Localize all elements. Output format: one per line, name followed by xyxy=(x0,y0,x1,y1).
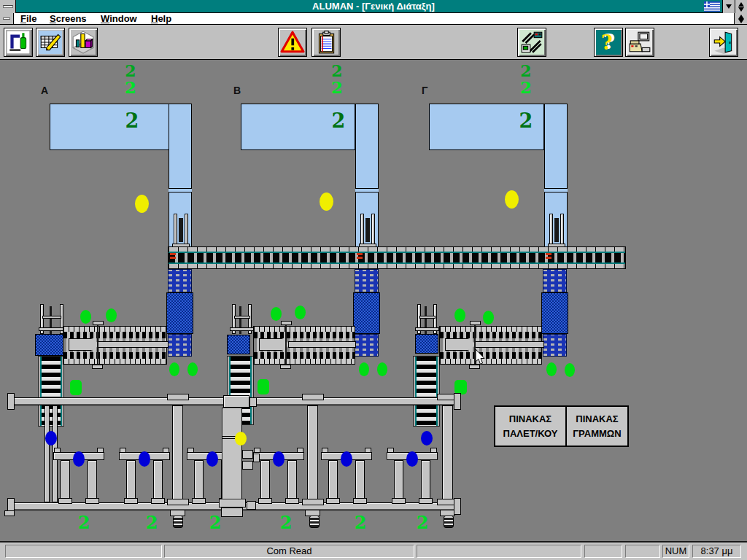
lines-panel-line2: ΓΡΑΜΜΩΝ xyxy=(573,428,621,439)
exit-door-icon xyxy=(711,30,736,55)
pallet-panel-line2: ΠΑΛΕΤ/ΚΟΥ xyxy=(503,428,558,439)
minimize-button[interactable] xyxy=(722,0,735,13)
gamma-app-icon xyxy=(6,30,31,55)
child-restore-down-icon xyxy=(738,19,744,23)
status-time: 8:37 μμ xyxy=(692,545,741,558)
report-clipboard-button[interactable] xyxy=(311,28,341,57)
restore-up-icon xyxy=(738,2,744,7)
child-system-menu-dash-icon xyxy=(3,18,10,20)
restore-button[interactable] xyxy=(735,0,747,13)
child-restore-button[interactable] xyxy=(734,13,747,24)
dialup-connection-icon xyxy=(627,30,652,55)
child-system-menu-button[interactable] xyxy=(0,13,14,24)
data-transfer-button[interactable] xyxy=(517,28,546,57)
status-panel xyxy=(417,545,581,558)
status-panel xyxy=(625,545,660,558)
menu-file[interactable]: File xyxy=(20,13,36,24)
menu-bar: File Screens Window Help xyxy=(0,13,747,25)
svg-text:?: ? xyxy=(601,31,613,55)
status-num-lock: NUM xyxy=(662,545,689,558)
dialup-connection-button[interactable] xyxy=(625,28,654,57)
chart-3d-button[interactable] xyxy=(69,28,98,57)
greek-flag-icon xyxy=(704,1,720,12)
minimize-icon xyxy=(726,4,732,9)
plant-schematic-workspace xyxy=(0,60,747,541)
toolbar: ? ? xyxy=(0,25,747,60)
data-transfer-icon xyxy=(519,30,544,55)
help-icon: ? ? xyxy=(596,30,621,55)
alarm-warning-icon xyxy=(280,30,305,55)
title-bar: ALUMAN - [Γενική Διάταξη] xyxy=(0,0,747,13)
status-bar: Com Read NUM 8:37 μμ xyxy=(0,541,747,560)
system-menu-button[interactable] xyxy=(0,0,16,13)
menu-help[interactable]: Help xyxy=(151,13,171,24)
lines-panel-button[interactable]: ΠΙΝΑΚΑΣ ΓΡΑΜΜΩΝ xyxy=(567,405,629,447)
application-window: ALUMAN - [Γενική Διάταξη] File Screens W… xyxy=(0,0,747,560)
help-button[interactable]: ? ? xyxy=(594,28,623,57)
exit-door-button[interactable] xyxy=(709,28,738,57)
chart-3d-icon xyxy=(71,30,96,55)
table-edit-icon xyxy=(38,30,63,55)
pallet-panel-line1: ΠΙΝΑΚΑΣ xyxy=(509,413,551,424)
status-message: Com Read xyxy=(164,545,414,558)
menu-window[interactable]: Window xyxy=(101,13,137,24)
status-panel xyxy=(5,545,162,558)
report-clipboard-icon xyxy=(314,30,338,55)
restore-down-icon xyxy=(738,7,744,12)
alarm-warning-button[interactable] xyxy=(278,28,307,57)
menu-screens[interactable]: Screens xyxy=(50,13,87,24)
gamma-app-button[interactable] xyxy=(4,28,33,57)
lines-panel-line1: ΠΙΝΑΚΑΣ xyxy=(576,413,618,424)
table-edit-button[interactable] xyxy=(36,28,65,57)
status-panel xyxy=(584,545,622,558)
pallet-panel-button[interactable]: ΠΙΝΑΚΑΣ ΠΑΛΕΤ/ΚΟΥ xyxy=(494,405,567,447)
system-menu-dash-icon xyxy=(3,5,13,8)
window-title: ALUMAN - [Γενική Διάταξη] xyxy=(0,1,747,12)
